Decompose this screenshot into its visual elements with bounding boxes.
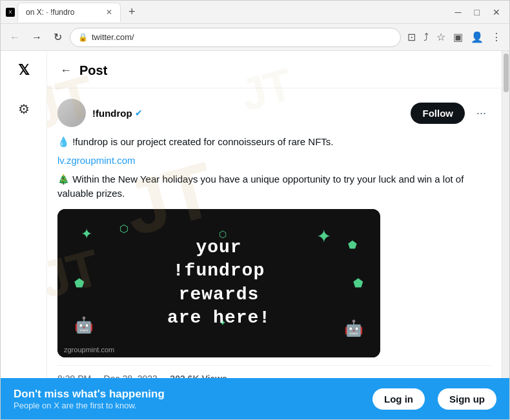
cast-button[interactable]: ⊡	[405, 28, 418, 46]
browser-toolbar: ← → ↻ 🔒 twitter.com/ ⊡ ⤴ ☆ ▣ 👤 ⋮	[1, 24, 509, 51]
pixel-deco-1: ✦	[81, 226, 92, 243]
toolbar-actions: ⊡ ⤴ ☆ ▣ 👤 ⋮	[405, 28, 504, 46]
bottom-banner: Don't miss what's happening People on X …	[1, 378, 509, 419]
back-button[interactable]: ←	[6, 29, 24, 46]
verified-icon: ✔	[135, 108, 143, 118]
maximize-button[interactable]: □	[471, 6, 484, 19]
tab-close-button[interactable]: ✕	[106, 8, 112, 17]
pixel-art-bg: ✦ ⬡ ✦ ⬟ 🤖 🤖 ⬟ ⬟ ⬡ ✦ your	[68, 219, 370, 347]
browser-tab[interactable]: on X: · !fundro ✕	[17, 3, 121, 22]
login-button[interactable]: Log in	[372, 388, 425, 410]
image-text-line1: your	[167, 236, 270, 259]
post-text-1: 💧 !fundrop is our project created for co…	[57, 135, 491, 150]
more-options-button[interactable]: ···	[471, 104, 491, 123]
settings-icon[interactable]: ⚙	[12, 97, 36, 121]
pixel-deco-8: ⬟	[353, 276, 363, 290]
post-title: Post	[79, 63, 107, 78]
split-view-button[interactable]: ▣	[451, 28, 465, 46]
twitter-main: JT JT JT JT ← Post !fundrop ✔	[47, 51, 502, 378]
twitter-sidebar: 𝕏 ⚙	[1, 51, 47, 378]
minimize-button[interactable]: ─	[451, 6, 465, 19]
post-views: 303.6K Views	[170, 374, 227, 379]
bookmark-button[interactable]: ☆	[434, 28, 448, 46]
image-text-line4: are here!	[167, 306, 270, 330]
tab-title: on X: · !fundro	[26, 8, 74, 17]
image-text-line2: !fundrop	[167, 259, 270, 283]
close-button[interactable]: ✕	[489, 6, 504, 19]
new-tab-button[interactable]: +	[123, 5, 141, 19]
follow-button[interactable]: Follow	[411, 103, 465, 124]
browser-window: X on X: · !fundro ✕ + ─ □ ✕ ← → ↻ 🔒 twit…	[0, 0, 510, 420]
profile-button[interactable]: 👤	[468, 28, 486, 46]
post-meta: 8:39 PM · Dec 28, 2023 · 303.6K Views	[57, 365, 491, 379]
pixel-deco-4: ⬟	[348, 239, 357, 251]
page-content: 𝕏 ⚙ JT JT JT JT ← Post	[1, 51, 509, 378]
lock-icon: 🔒	[78, 33, 88, 42]
signup-button[interactable]: Sign up	[438, 388, 496, 410]
url-text: twitter.com/	[92, 32, 134, 42]
post-user-row: !fundrop ✔ Follow ···	[57, 99, 491, 127]
reload-button[interactable]: ↻	[50, 28, 66, 46]
tab-favicon: X	[6, 8, 15, 17]
browser-titlebar: X on X: · !fundro ✕ + ─ □ ✕	[1, 1, 509, 24]
banner-subtitle: People on X are the first to know.	[14, 401, 360, 410]
post-link[interactable]: lv.zgroupmint.com	[57, 155, 491, 166]
avatar	[57, 99, 86, 127]
x-logo[interactable]: 𝕏	[12, 59, 36, 82]
user-info: !fundrop ✔	[92, 108, 404, 119]
pixel-deco-3: ✦	[316, 226, 331, 247]
scrollbar-track[interactable]	[502, 51, 509, 378]
pixel-deco-6: 🤖	[344, 319, 363, 337]
post-text-2: 🎄 Within the New Year holidays you have …	[57, 172, 491, 201]
back-post-button[interactable]: ←	[57, 61, 74, 80]
image-watermark: zgroupmint.com	[64, 346, 114, 354]
username[interactable]: !fundrop	[92, 108, 132, 119]
post-time: 8:39 PM	[57, 374, 91, 379]
pixel-deco-7: ⬟	[74, 276, 85, 290]
forward-button[interactable]: →	[28, 29, 46, 46]
post-header: ← Post	[47, 51, 502, 88]
post-date: Dec 28, 2023	[104, 374, 158, 379]
titlebar-controls: ─ □ ✕	[451, 6, 504, 19]
post-image[interactable]: ✦ ⬡ ✦ ⬟ 🤖 🤖 ⬟ ⬟ ⬡ ✦ your	[57, 209, 380, 357]
pixel-art-text: your !fundrop rewards are here!	[167, 236, 270, 330]
post-body: !fundrop ✔ Follow ··· 💧 !fundrop is our …	[47, 88, 502, 378]
pixel-deco-5: 🤖	[74, 316, 94, 334]
image-text-line3: rewards	[167, 283, 270, 306]
username-row: !fundrop ✔	[92, 108, 404, 119]
banner-text: Don't miss what's happening People on X …	[14, 388, 360, 410]
address-bar[interactable]: 🔒 twitter.com/	[70, 28, 401, 47]
post-image-inner: ✦ ⬡ ✦ ⬟ 🤖 🤖 ⬟ ⬟ ⬡ ✦ your	[57, 209, 380, 357]
scrollbar-thumb	[504, 54, 509, 92]
pixel-deco-2: ⬡	[119, 223, 128, 235]
banner-title: Don't miss what's happening	[14, 388, 360, 401]
share-button[interactable]: ⤴	[421, 29, 431, 46]
menu-button[interactable]: ⋮	[489, 28, 504, 46]
